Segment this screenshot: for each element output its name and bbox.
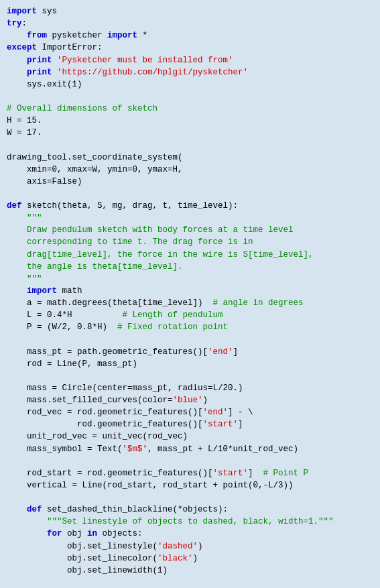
code-editor: import sys try: from pysketcher import *… bbox=[0, 0, 380, 588]
code-content: import sys try: from pysketcher import *… bbox=[7, 5, 373, 588]
